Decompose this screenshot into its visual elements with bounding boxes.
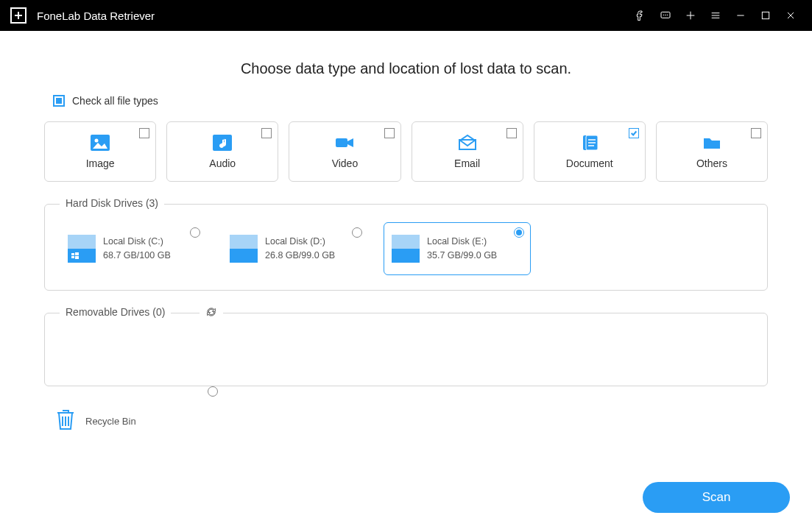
drive-c-name: Local Disk (C:) [103,235,171,249]
recycle-bin-option[interactable]: Recycle Bin [56,408,203,433]
main-content: Choose data type and location of lost da… [0,31,812,448]
type-card-others[interactable]: Others [656,121,768,182]
scan-button[interactable]: Scan [643,482,790,513]
type-others-checkbox[interactable] [751,128,761,138]
type-document-label: Document [566,157,613,169]
drive-d[interactable]: Local Disk (D:) 26.8 GB/99.0 GB [222,222,369,275]
type-document-checkbox[interactable] [629,128,639,138]
recycle-bin-icon [56,408,75,433]
drive-icon [68,235,96,263]
removable-section: Removable Drives (0) [44,313,768,386]
facebook-icon[interactable] [628,0,653,31]
drive-c[interactable]: Local Disk (C:) 68.7 GB/100 GB [60,222,207,275]
type-image-checkbox[interactable] [139,128,149,138]
drive-e-text: Local Disk (E:) 35.7 GB/99.0 GB [427,235,497,263]
type-card-document[interactable]: Document [534,121,646,182]
feedback-icon[interactable] [653,0,678,31]
drive-c-text: Local Disk (C:) 68.7 GB/100 GB [103,235,171,263]
drive-e[interactable]: Local Disk (E:) 35.7 GB/99.0 GB [384,222,531,275]
drive-d-name: Local Disk (D:) [265,235,335,249]
video-icon [334,134,355,152]
image-icon [90,134,110,152]
plus-icon[interactable] [678,0,703,31]
svg-point-2 [666,15,666,15]
refresh-icon [205,308,217,320]
type-email-checkbox[interactable] [506,128,517,138]
svg-point-1 [663,15,664,15]
type-card-video[interactable]: Video [289,121,400,182]
drive-c-radio[interactable] [190,227,200,238]
menu-icon[interactable] [703,0,728,31]
drive-d-radio[interactable] [352,227,362,238]
svg-point-3 [667,15,668,15]
type-others-label: Others [696,157,727,169]
recycle-bin-radio[interactable] [208,386,218,397]
type-image-label: Image [86,157,115,169]
email-icon [457,134,478,152]
type-audio-checkbox[interactable] [261,128,272,138]
removable-legend: Removable Drives (0) [60,306,171,318]
minimize-icon[interactable] [728,0,753,31]
drive-icon [392,235,420,263]
drive-d-size: 26.8 GB/99.0 GB [265,249,335,263]
drive-d-text: Local Disk (D:) 26.8 GB/99.0 GB [265,235,335,263]
app-title: FoneLab Data Retriever [37,10,155,22]
type-card-image[interactable]: Image [44,121,156,182]
type-audio-label: Audio [209,157,236,169]
app-logo-icon [10,7,27,24]
type-video-checkbox[interactable] [384,128,395,138]
close-icon[interactable] [778,0,803,31]
others-icon [702,134,722,152]
drive-icon [230,235,258,263]
drive-e-radio[interactable] [514,227,524,238]
svg-rect-8 [336,138,347,147]
hard-disk-legend: Hard Disk Drives (3) [60,197,164,209]
recycle-bin-label: Recycle Bin [85,416,136,427]
drives-row: Local Disk (C:) 68.7 GB/100 GB Local Dis… [60,222,752,275]
hard-disk-section: Hard Disk Drives (3) Local Disk (C:) 68.… [44,204,768,291]
drive-e-name: Local Disk (E:) [427,235,497,249]
type-video-label: Video [332,157,359,169]
titlebar: FoneLab Data Retriever [0,0,812,31]
svg-rect-4 [762,12,769,18]
drive-e-size: 35.7 GB/99.0 GB [427,249,497,263]
check-all-label: Check all file types [72,95,158,107]
type-card-audio[interactable]: Audio [166,121,278,182]
drive-c-size: 68.7 GB/100 GB [103,249,171,263]
document-icon [579,134,600,152]
type-email-label: Email [454,157,480,169]
type-card-email[interactable]: Email [412,121,523,182]
audio-icon [212,134,233,152]
svg-point-6 [95,139,99,143]
check-all-file-types[interactable]: Check all file types [53,95,768,107]
maximize-icon[interactable] [753,0,778,31]
check-all-checkbox[interactable] [53,95,65,107]
refresh-button[interactable] [200,306,223,321]
file-types-row: Image Audio Video Email Document Others [44,121,768,182]
page-headline: Choose data type and location of lost da… [44,60,768,77]
